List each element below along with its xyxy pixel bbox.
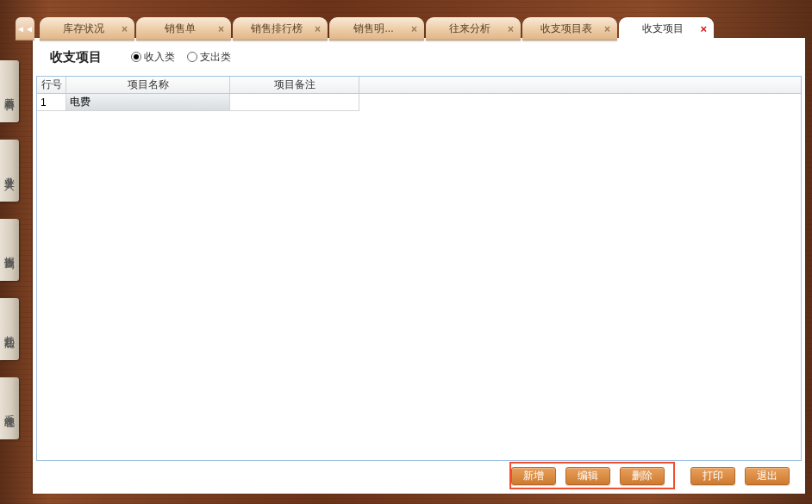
delete-button[interactable]: 删除 [620, 467, 665, 485]
close-icon[interactable]: × [315, 23, 321, 35]
close-icon[interactable]: × [122, 23, 128, 35]
tab-sales-rank[interactable]: 销售排行榜 × [233, 17, 328, 40]
page-title: 收支项目 [50, 49, 102, 65]
close-icon[interactable]: × [604, 23, 610, 35]
radio-dot-icon [187, 52, 197, 62]
button-bar: 新增 编辑 删除 打印 退出 [33, 461, 805, 494]
left-nav-business-entry[interactable]: 业务录入 [0, 140, 19, 202]
type-radio-group: 收入类 支出类 [131, 50, 231, 65]
grid-body: 1 电费 [37, 94, 801, 460]
tab-label: 收支项目表 [534, 22, 599, 36]
tab-sales-detail[interactable]: 销售明... × [329, 17, 424, 40]
tab-label: 库存状况 [52, 22, 116, 36]
left-nav: 基本资料 业务录入 报表查询 其它功能 系统管理 [0, 60, 19, 457]
tab-income-expense-item[interactable]: 收支项目 × [619, 17, 714, 40]
close-icon[interactable]: × [411, 23, 417, 35]
col-header-rowno[interactable]: 行号 [37, 77, 66, 93]
grid-header: 行号 项目名称 项目备注 [37, 77, 801, 94]
exit-button[interactable]: 退出 [745, 467, 790, 485]
tab-income-expense-sheet[interactable]: 收支项目表 × [522, 17, 617, 40]
left-nav-report-query[interactable]: 报表查询 [0, 219, 19, 281]
table-row[interactable]: 1 电费 [37, 94, 801, 111]
radio-expense-label: 支出类 [200, 50, 231, 65]
add-button[interactable]: 新增 [511, 467, 556, 485]
panel-header: 收支项目 收入类 支出类 [33, 38, 805, 76]
close-icon[interactable]: × [218, 23, 224, 35]
col-header-name[interactable]: 项目名称 [66, 77, 230, 93]
tab-label: 销售明... [341, 22, 406, 36]
tab-label: 收支项目 [631, 22, 695, 36]
tab-sales-order[interactable]: 销售单 × [136, 17, 231, 40]
tab-inventory[interactable]: 库存状况 × [40, 17, 134, 40]
left-nav-basic-data[interactable]: 基本资料 [0, 60, 19, 122]
left-nav-other-functions[interactable]: 其它功能 [0, 298, 19, 360]
radio-income[interactable]: 收入类 [131, 50, 175, 65]
edit-button[interactable]: 编辑 [565, 467, 610, 485]
tab-strip: ◄◄ 库存状况 × 销售单 × 销售排行榜 × 销售明... × 往来分析 × … [16, 15, 807, 40]
tab-label: 往来分析 [438, 22, 503, 36]
tab-label: 销售排行榜 [245, 22, 309, 36]
radio-expense[interactable]: 支出类 [187, 50, 231, 65]
tab-label: 销售单 [148, 22, 213, 36]
cell-name[interactable]: 电费 [66, 94, 230, 111]
tab-dealings-analysis[interactable]: 往来分析 × [426, 17, 521, 40]
tabs-row: 库存状况 × 销售单 × 销售排行榜 × 销售明... × 往来分析 × 收支项… [40, 17, 714, 40]
cell-remark[interactable] [230, 94, 359, 111]
tab-scroll-left-icon[interactable]: ◄◄ [16, 17, 34, 40]
radio-income-label: 收入类 [144, 50, 175, 65]
data-grid: 行号 项目名称 项目备注 1 电费 [36, 76, 802, 461]
col-header-remark[interactable]: 项目备注 [230, 77, 359, 93]
close-icon[interactable]: × [508, 23, 514, 35]
radio-dot-icon [131, 52, 141, 62]
cell-rowno: 1 [37, 94, 66, 111]
close-icon[interactable]: × [700, 22, 707, 35]
left-nav-system-manage[interactable]: 系统管理 [0, 377, 19, 439]
content-panel: 收支项目 收入类 支出类 行号 项目名称 项目备注 1 电费 [33, 38, 805, 494]
print-button[interactable]: 打印 [690, 467, 735, 485]
